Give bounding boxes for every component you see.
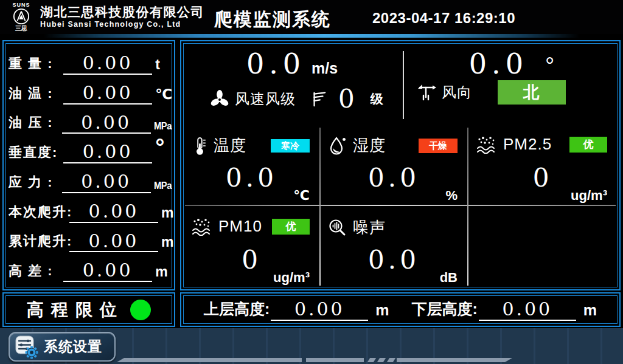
elevation-limit-panel: 高程限位 <box>2 292 175 327</box>
metric-value: 0.00 <box>62 112 151 134</box>
settings-button[interactable]: 系统设置 <box>9 332 116 362</box>
upper-height-group: 上层高度: 0.00 m <box>204 299 389 321</box>
company-logo: SUNS 三思 <box>6 2 37 32</box>
taskbar-stripe <box>306 358 364 362</box>
sensor-label: 湿度 <box>353 135 386 156</box>
upper-height-unit: m <box>375 301 389 319</box>
sensor-cell-humidity: 湿度 干燥 0.0 % <box>321 125 467 205</box>
sensor-cell-pm25: PM2.5 优 0 ug/m³ <box>468 125 617 205</box>
metric-value: 0.00 <box>63 83 152 105</box>
sensor-unit: ℃ <box>293 188 310 204</box>
metric-label: 累计爬升: <box>9 232 69 250</box>
sensor-cell-temperature: 温度 寒冷 0.0 ℃ <box>184 125 319 205</box>
wind-speed-block: 0.0 m/s 风速风级 <box>181 41 403 123</box>
wind-direction-block: 0.0 ° 风向 北 <box>404 41 619 123</box>
sensor-cell-noise: 噪声 0.0 dB <box>321 207 467 287</box>
metric-unit: m <box>155 264 173 280</box>
fan-icon <box>209 89 230 109</box>
metric-unit: t <box>155 57 173 73</box>
wind-vane-icon <box>416 83 437 102</box>
logo-text-bottom: 三思 <box>15 25 27 32</box>
metric-row-height-diff: 高 差 : 0.00 m <box>9 254 173 284</box>
taskbar-stripe <box>397 358 512 362</box>
upper-height-label: 上层高度: <box>204 299 270 319</box>
dust-icon <box>476 136 498 154</box>
wind-speed-caption: 风速风级 0 级 <box>181 86 403 112</box>
taskbar-stripe-slash <box>377 358 386 362</box>
sensor-unit: ug/m³ <box>273 270 310 286</box>
metric-label: 油 温 : <box>9 84 63 103</box>
status-badge: 寒冷 <box>271 139 310 153</box>
brand: SUNS 三思 湖北三思科技股份有限公司 Hubei Sansi Technol… <box>6 2 204 32</box>
metric-row-total-climb: 累计爬升: 0.00 m <box>9 225 173 255</box>
noise-icon <box>328 218 347 238</box>
metric-row-verticality: 垂直度: 0.00 ° <box>9 136 173 165</box>
metric-value: 0.00 <box>63 260 152 282</box>
metric-unit: ℃ <box>155 86 173 103</box>
page-title: 爬模监测系统 <box>214 7 331 32</box>
metric-value: 0.00 <box>62 171 151 193</box>
app-screen: SUNS 三思 湖北三思科技股份有限公司 Hubei Sansi Technol… <box>0 0 623 364</box>
elevation-limit-label: 高程限位 <box>27 298 124 321</box>
wind-level-value: 0 <box>338 86 355 112</box>
wind-speed-unit: m/s <box>312 60 338 77</box>
metric-row-stress: 应 力 : 0.00 MPa <box>9 165 173 195</box>
metric-label: 垂直度: <box>9 143 63 162</box>
metric-row-current-climb: 本次爬升: 0.00 m <box>9 195 173 225</box>
layer-heights-panel: 上层高度: 0.00 m 下层高度: 0.00 m <box>180 292 621 327</box>
elevation-limit-indicator <box>130 300 151 320</box>
company-name-en: Hubei Sansi Technology Co., Ltd <box>40 19 204 29</box>
metric-unit: m <box>161 234 173 250</box>
dust-icon <box>191 218 213 236</box>
logo-text-top: SUNS <box>12 2 30 8</box>
upper-height-value: 0.00 <box>271 299 368 321</box>
lower-height-unit: m <box>583 301 597 319</box>
wind-direction-unit: ° <box>545 54 554 77</box>
wind-speed-label: 风速风级 <box>235 89 296 109</box>
settings-icon <box>15 335 39 359</box>
metric-value: 0.00 <box>69 231 158 253</box>
wind-level-unit: 级 <box>371 91 383 108</box>
wind-direction-value: 0.0 <box>469 50 528 78</box>
logo-mark-icon <box>13 8 30 25</box>
lower-height-group: 下层高度: 0.00 m <box>411 299 597 321</box>
metric-unit: MPa <box>154 121 172 132</box>
company-name-cn: 湖北三思科技股份有限公司 <box>40 4 204 19</box>
sensor-unit: % <box>445 188 458 204</box>
wind-direction-label: 风向 <box>442 83 472 102</box>
metric-label: 重 量 : <box>9 55 63 73</box>
environment-panel: 0.0 m/s 风速风级 <box>180 40 621 290</box>
status-badge: 优 <box>569 137 607 153</box>
wind-speed-value: 0.0 <box>246 50 305 78</box>
company-name: 湖北三思科技股份有限公司 Hubei Sansi Technology Co.,… <box>40 4 204 29</box>
metric-value: 0.00 <box>63 53 152 75</box>
sensor-cell-pm10: PM10 优 0 ug/m³ <box>184 207 319 287</box>
metric-row-oil-temp: 油 温 : 0.00 ℃ <box>9 77 173 106</box>
metric-label: 本次爬升: <box>9 203 69 221</box>
metric-label: 应 力 : <box>9 173 62 191</box>
sensor-label: PM10 <box>218 217 262 236</box>
metric-value: 0.00 <box>63 142 152 163</box>
sensor-unit: dB <box>440 270 458 286</box>
wind-direction-caption: 风向 北 <box>404 80 619 105</box>
status-badge: 干燥 <box>419 139 458 153</box>
datetime: 2023-04-17 16:29:10 <box>372 10 515 27</box>
grid-divider-horizontal <box>185 205 616 206</box>
metric-row-weight: 重 量 : 0.00 t <box>9 47 173 77</box>
taskbar-stripe-slash <box>387 358 395 362</box>
sensor-label: PM2.5 <box>503 135 552 154</box>
metrics-panel: 重 量 : 0.00 t 油 温 : 0.00 ℃ 油 压 : 0.00 MPa… <box>2 40 175 290</box>
lower-height-value: 0.00 <box>479 299 576 321</box>
header: SUNS 三思 湖北三思科技股份有限公司 Hubei Sansi Technol… <box>0 0 623 34</box>
sensor-label: 温度 <box>214 135 246 156</box>
metric-unit: m <box>161 205 173 221</box>
wind-speed-readout: 0.0 m/s <box>181 50 403 78</box>
wind-direction-readout: 0.0 ° <box>404 50 619 78</box>
lower-height-label: 下层高度: <box>411 299 477 319</box>
header-divider <box>0 34 623 38</box>
metric-unit: MPa <box>154 180 172 191</box>
metric-row-oil-pressure: 油 压 : 0.00 MPa <box>9 106 173 136</box>
taskbar-stripe-slash <box>367 358 376 362</box>
sensor-unit: ug/m³ <box>571 188 607 204</box>
status-badge: 优 <box>272 219 310 235</box>
